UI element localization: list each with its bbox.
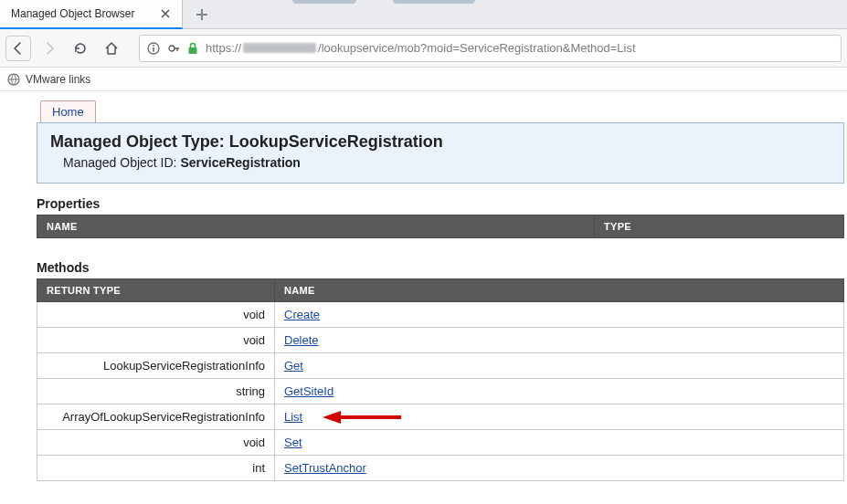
methods-col-name: NAME (275, 279, 844, 302)
bookmarks-bar: VMware links (0, 68, 847, 91)
table-row: voidCreate (37, 302, 844, 328)
svg-point-3 (169, 46, 175, 51)
properties-col-name: NAME (37, 215, 595, 238)
table-row: voidDelete (37, 328, 844, 353)
forward-button[interactable] (37, 36, 62, 61)
back-button[interactable] (5, 36, 31, 61)
globe-icon (7, 73, 20, 86)
methods-col-returntype: RETURN TYPE (37, 279, 275, 302)
table-row: ArrayOfLookupServiceRegistrationInfoList (37, 404, 844, 430)
svg-rect-2 (153, 47, 154, 52)
method-link[interactable]: Delete (284, 333, 319, 347)
new-tab-button[interactable] (188, 1, 216, 28)
methods-heading: Methods (37, 260, 847, 275)
lock-icon (187, 42, 198, 55)
method-link[interactable]: Set (284, 436, 302, 449)
window-decoration (393, 0, 475, 4)
method-name-cell: Get (275, 353, 844, 379)
method-return-type: int (37, 456, 275, 481)
methods-table: RETURN TYPE NAME voidCreatevoidDeleteLoo… (37, 278, 844, 481)
browser-tab-title: Managed Object Browser (11, 7, 158, 20)
key-icon (167, 42, 180, 55)
annotation-arrow-icon (321, 408, 403, 426)
url-path: /lookupservice/mob?moid=ServiceRegistrat… (318, 41, 636, 55)
method-link[interactable]: GetSiteId (284, 384, 334, 398)
object-type-value: LookupServiceRegistration (229, 132, 443, 151)
method-return-type: void (37, 302, 275, 328)
object-type-line: Managed Object Type: LookupServiceRegist… (50, 132, 831, 152)
url-text: https:// /lookupservice/mob?moid=Service… (206, 41, 636, 55)
properties-table: NAME TYPE (37, 215, 844, 238)
object-id-line: Managed Object ID: ServiceRegistration (50, 155, 831, 170)
method-name-cell: Create (275, 302, 844, 328)
svg-point-1 (153, 45, 154, 47)
object-id-value: ServiceRegistration (180, 155, 301, 170)
table-row: stringGetSiteId (37, 379, 844, 404)
table-row: voidSet (37, 430, 844, 456)
method-link[interactable]: List (284, 410, 302, 424)
info-icon (147, 42, 160, 55)
table-row: LookupServiceRegistrationInfoGet (37, 353, 844, 379)
home-button[interactable] (99, 36, 124, 61)
reload-button[interactable] (68, 36, 93, 61)
method-name-cell: List (275, 404, 844, 430)
svg-rect-4 (189, 47, 197, 54)
method-link[interactable]: Get (284, 359, 303, 373)
method-name-cell: GetSiteId (275, 379, 844, 404)
properties-heading: Properties (37, 196, 847, 211)
browser-tab-active[interactable]: Managed Object Browser (0, 0, 183, 29)
object-type-label: Managed Object Type: (50, 132, 225, 151)
svg-marker-7 (323, 411, 341, 424)
object-header-box: Managed Object Type: LookupServiceRegist… (37, 122, 844, 184)
properties-col-type: TYPE (595, 215, 844, 238)
method-name-cell: Set (275, 430, 844, 456)
bookmark-item[interactable]: VMware links (26, 73, 90, 86)
page-content: Home Managed Object Type: LookupServiceR… (0, 91, 847, 481)
method-link[interactable]: Create (284, 308, 320, 321)
method-name-cell: SetTrustAnchor (275, 456, 844, 481)
window-decoration (292, 0, 356, 4)
method-return-type: void (37, 328, 275, 353)
object-id-label: Managed Object ID: (63, 155, 177, 170)
method-name-cell: Delete (275, 328, 844, 353)
method-link[interactable]: SetTrustAnchor (284, 461, 366, 475)
url-scheme: https:// (206, 41, 241, 55)
method-return-type: string (37, 379, 275, 404)
table-row: intSetTrustAnchor (37, 456, 844, 481)
browser-nav-bar: https:// /lookupservice/mob?moid=Service… (0, 29, 847, 68)
method-return-type: void (37, 430, 275, 456)
method-return-type: ArrayOfLookupServiceRegistrationInfo (37, 404, 275, 430)
method-return-type: LookupServiceRegistrationInfo (37, 353, 275, 379)
home-link[interactable]: Home (40, 100, 96, 122)
url-host-redacted (243, 43, 316, 53)
browser-tab-bar: Managed Object Browser (0, 0, 847, 29)
address-bar[interactable]: https:// /lookupservice/mob?moid=Service… (139, 35, 842, 62)
close-icon[interactable] (158, 6, 173, 21)
